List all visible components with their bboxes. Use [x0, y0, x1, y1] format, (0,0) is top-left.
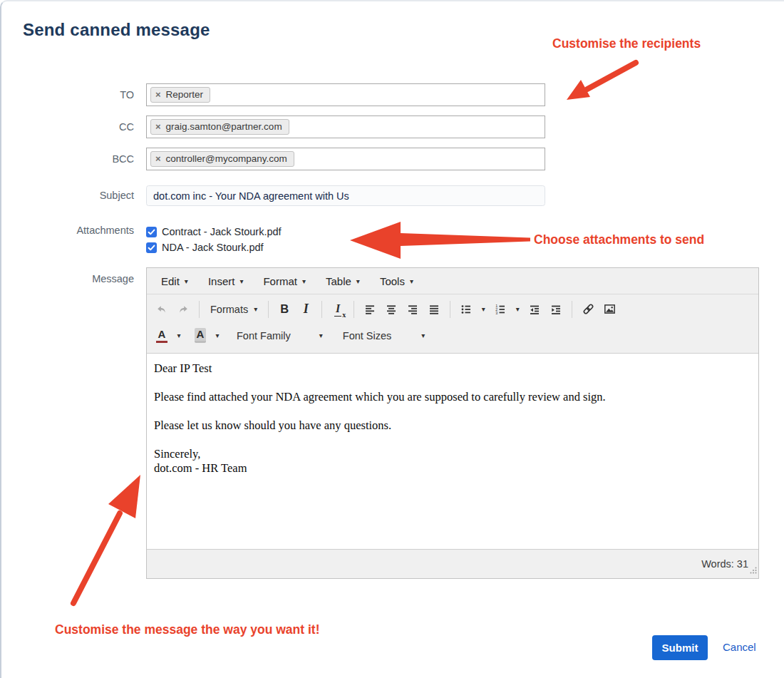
image-icon: [604, 303, 616, 315]
chevron-down-icon: ▾: [185, 277, 188, 285]
cancel-link[interactable]: Cancel: [723, 641, 756, 653]
message-label: Message: [1, 273, 134, 284]
align-justify-icon: [428, 304, 440, 315]
indent-button[interactable]: [545, 299, 567, 319]
bold-button[interactable]: B: [274, 299, 295, 319]
font-sizes-dropdown[interactable]: Font Sizes ▾: [337, 325, 431, 346]
redo-button[interactable]: [172, 299, 194, 319]
attachment-item: Contract - Jack Stourk.pdf: [146, 226, 282, 237]
remove-chip-icon[interactable]: ×: [155, 154, 161, 163]
chevron-down-icon: ▾: [421, 332, 425, 339]
editor-toolbar: Formats ▾ B I Ix: [147, 294, 758, 354]
word-count: Words: 31: [701, 558, 748, 570]
toolbar-separator: [199, 301, 200, 318]
bcc-label: BCC: [1, 148, 134, 170]
send-canned-message-panel: Send canned message TO ×Reporter CC ×gra…: [0, 0, 784, 678]
align-justify-button[interactable]: [423, 299, 445, 319]
chevron-down-icon: ▾: [177, 332, 180, 339]
submit-button[interactable]: Submit: [652, 635, 708, 660]
editor-statusbar: Words: 31: [147, 549, 758, 578]
align-center-icon: [386, 304, 397, 315]
message-arrow: [73, 475, 140, 603]
editor-menubar: Edit ▾ Insert ▾ Format ▾ Table ▾ Tools ▾: [147, 268, 758, 294]
bullet-list-icon: [460, 304, 472, 315]
page-title: Send canned message: [23, 20, 210, 40]
message-body[interactable]: Dear IP Test Please find attached your N…: [147, 354, 758, 549]
check-icon: [148, 244, 155, 252]
align-left-icon: [364, 304, 376, 315]
toolbar-separator: [354, 301, 354, 318]
chevron-down-icon: ▾: [482, 305, 485, 313]
cc-row: CC ×graig.samton@partner.com: [1, 115, 784, 138]
chevron-down-icon: ▾: [302, 277, 306, 285]
italic-button[interactable]: I: [295, 299, 316, 319]
text-color-options-button[interactable]: ▾: [172, 325, 185, 346]
message-editor: Edit ▾ Insert ▾ Format ▾ Table ▾ Tools ▾: [146, 267, 759, 579]
bcc-field[interactable]: ×controller@mycompany.com: [146, 148, 545, 170]
align-center-button[interactable]: [381, 299, 402, 319]
menu-edit[interactable]: Edit ▾: [151, 271, 198, 292]
attachment-label: Contract - Jack Stourk.pdf: [162, 226, 282, 237]
insert-link-button[interactable]: [577, 299, 599, 319]
attachment-checkbox[interactable]: [146, 242, 157, 253]
bcc-row: BCC ×controller@mycompany.com: [1, 148, 784, 170]
attachments-annotation: Choose attachments to send: [534, 232, 704, 247]
bcc-chip[interactable]: ×controller@mycompany.com: [150, 151, 294, 167]
cc-field[interactable]: ×graig.samton@partner.com: [146, 115, 545, 138]
insert-image-button[interactable]: [599, 299, 620, 319]
remove-chip-icon[interactable]: ×: [155, 90, 161, 99]
menu-tools[interactable]: Tools ▾: [370, 271, 423, 292]
align-right-button[interactable]: [402, 299, 423, 319]
resize-grip[interactable]: [750, 564, 757, 577]
undo-icon: [156, 304, 167, 315]
outdent-icon: [529, 304, 540, 315]
chevron-down-icon: ▾: [215, 332, 219, 339]
bullet-list-options-button[interactable]: ▾: [477, 299, 490, 319]
numbered-list-options-button[interactable]: ▾: [511, 299, 524, 319]
to-row: TO ×Reporter: [1, 83, 784, 106]
numbered-list-button[interactable]: 1 2 3: [490, 299, 511, 319]
attachments-label: Attachments: [1, 225, 134, 236]
attachment-item: NDA - Jack Stourk.pdf: [146, 242, 282, 253]
cc-label: CC: [1, 115, 134, 138]
attachment-label: NDA - Jack Stourk.pdf: [162, 242, 264, 253]
menu-format[interactable]: Format ▾: [253, 271, 316, 292]
svg-text:3: 3: [495, 311, 497, 315]
bullet-list-button[interactable]: [455, 299, 477, 319]
background-color-button[interactable]: A: [190, 325, 211, 346]
text-color-button[interactable]: A: [151, 325, 172, 346]
background-color-options-button[interactable]: ▾: [211, 325, 224, 346]
subject-input[interactable]: [146, 185, 545, 206]
formats-dropdown[interactable]: Formats ▾: [205, 299, 263, 319]
attachment-checkbox[interactable]: [146, 227, 157, 237]
remove-chip-icon[interactable]: ×: [155, 122, 161, 131]
to-field[interactable]: ×Reporter: [146, 83, 545, 106]
menu-table[interactable]: Table ▾: [316, 271, 370, 292]
bcc-chip-label: controller@mycompany.com: [166, 153, 287, 164]
chevron-down-icon: ▾: [319, 332, 323, 339]
align-left-button[interactable]: [359, 299, 381, 319]
chevron-down-icon: ▾: [516, 305, 520, 313]
redo-icon: [177, 304, 189, 315]
cc-chip[interactable]: ×graig.samton@partner.com: [150, 119, 289, 135]
message-paragraph: Sincerely, dot.com - HR Team: [154, 447, 751, 476]
message-paragraph: Please find attached your NDA agreement …: [154, 390, 751, 404]
chevron-down-icon: ▾: [239, 277, 243, 285]
toolbar-separator: [321, 301, 322, 318]
recipients-annotation: Customise the recipients: [552, 36, 701, 51]
menu-insert[interactable]: Insert ▾: [198, 271, 254, 292]
chevron-down-icon: ▾: [254, 305, 257, 313]
to-chip[interactable]: ×Reporter: [150, 87, 210, 103]
outdent-button[interactable]: [524, 299, 545, 319]
resize-grip-icon: [750, 567, 757, 574]
check-icon: [148, 228, 155, 236]
font-family-dropdown[interactable]: Font Family ▾: [231, 325, 329, 346]
subject-row: Subject: [1, 185, 784, 206]
background-color-icon: A: [195, 328, 207, 343]
undo-button[interactable]: [151, 299, 172, 319]
align-right-icon: [407, 304, 418, 315]
toolbar-separator: [572, 301, 572, 318]
indent-icon: [550, 304, 562, 315]
clear-formatting-button[interactable]: Ix: [327, 299, 349, 319]
chevron-down-icon: ▾: [356, 277, 360, 285]
